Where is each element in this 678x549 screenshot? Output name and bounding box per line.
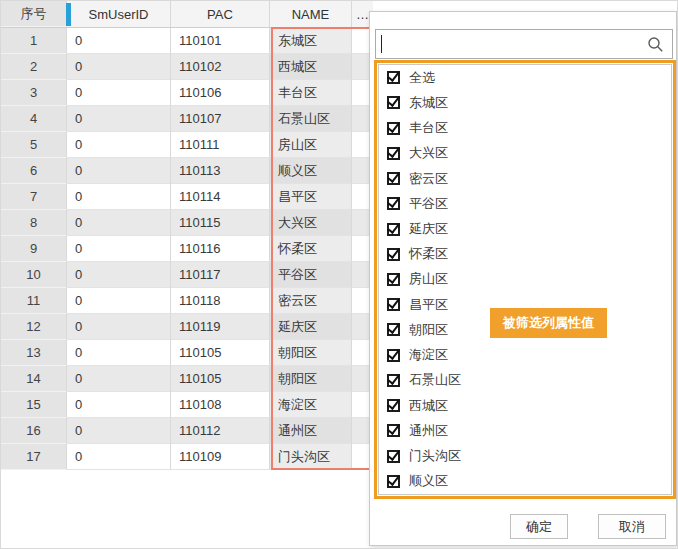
checkbox-checked-icon[interactable] xyxy=(387,122,400,135)
cell-pac[interactable]: 110111 xyxy=(171,132,270,158)
cell-index[interactable]: 2 xyxy=(1,54,67,80)
cell-index[interactable]: 6 xyxy=(1,158,67,184)
cell-index[interactable]: 8 xyxy=(1,210,67,236)
cell-name[interactable]: 门头沟区 xyxy=(270,444,352,470)
filter-option[interactable]: 门头沟区 xyxy=(387,444,671,469)
cell-index[interactable]: 9 xyxy=(1,236,67,262)
checkbox-checked-icon[interactable] xyxy=(387,323,400,336)
filter-option[interactable]: 通州区 xyxy=(387,418,671,443)
checkbox-checked-icon[interactable] xyxy=(387,298,400,311)
cell-name[interactable]: 怀柔区 xyxy=(270,236,352,262)
cell-name[interactable]: 海淀区 xyxy=(270,392,352,418)
filter-option[interactable]: 东城区 xyxy=(387,90,671,115)
cell-smuserid[interactable]: 0 xyxy=(67,132,171,158)
cell-name[interactable]: 延庆区 xyxy=(270,314,352,340)
column-header-name[interactable]: NAME xyxy=(270,1,352,27)
cell-smuserid[interactable]: 0 xyxy=(67,184,171,210)
cell-name[interactable]: 房山区 xyxy=(270,132,352,158)
checkbox-checked-icon[interactable] xyxy=(387,475,400,488)
cell-index[interactable]: 13 xyxy=(1,340,67,366)
filter-option[interactable]: 怀柔区 xyxy=(387,242,671,267)
cell-index[interactable]: 1 xyxy=(1,28,67,54)
cell-pac[interactable]: 110108 xyxy=(171,392,270,418)
cell-index[interactable]: 7 xyxy=(1,184,67,210)
filter-option[interactable]: 西城区 xyxy=(387,393,671,418)
cell-pac[interactable]: 110116 xyxy=(171,236,270,262)
checkbox-checked-icon[interactable] xyxy=(387,248,400,261)
cell-index[interactable]: 10 xyxy=(1,262,67,288)
cell-pac[interactable]: 110115 xyxy=(171,210,270,236)
cell-name[interactable]: 顺义区 xyxy=(270,158,352,184)
filter-option[interactable]: 海淀区 xyxy=(387,343,671,368)
cell-name[interactable]: 大兴区 xyxy=(270,210,352,236)
cell-pac[interactable]: 110113 xyxy=(171,158,270,184)
checkbox-checked-icon[interactable] xyxy=(387,424,400,437)
checkbox-checked-icon[interactable] xyxy=(387,349,400,362)
filter-option[interactable]: 顺义区 xyxy=(387,469,671,494)
cell-pac[interactable]: 110105 xyxy=(171,366,270,392)
cell-index[interactable]: 11 xyxy=(1,288,67,314)
filter-option[interactable]: 房山区 xyxy=(387,267,671,292)
cell-smuserid[interactable]: 0 xyxy=(67,80,171,106)
cell-pac[interactable]: 110117 xyxy=(171,262,270,288)
cell-name[interactable]: 平谷区 xyxy=(270,262,352,288)
cell-smuserid[interactable]: 0 xyxy=(67,288,171,314)
cell-index[interactable]: 14 xyxy=(1,366,67,392)
checkbox-checked-icon[interactable] xyxy=(387,197,400,210)
cell-smuserid[interactable]: 0 xyxy=(67,314,171,340)
checkbox-checked-icon[interactable] xyxy=(387,172,400,185)
cell-pac[interactable]: 110112 xyxy=(171,418,270,444)
column-header-smuserid[interactable]: SmUserID xyxy=(67,1,171,27)
checkbox-checked-icon[interactable] xyxy=(387,450,400,463)
cell-index[interactable]: 5 xyxy=(1,132,67,158)
cell-smuserid[interactable]: 0 xyxy=(67,418,171,444)
ok-button[interactable]: 确定 xyxy=(510,514,568,539)
checkbox-checked-icon[interactable] xyxy=(387,223,400,236)
checkbox-checked-icon[interactable] xyxy=(387,374,400,387)
cell-name[interactable]: 石景山区 xyxy=(270,106,352,132)
cell-name[interactable]: 昌平区 xyxy=(270,184,352,210)
column-header-index[interactable]: 序号 xyxy=(1,1,67,27)
cell-index[interactable]: 12 xyxy=(1,314,67,340)
cell-pac[interactable]: 110114 xyxy=(171,184,270,210)
cell-smuserid[interactable]: 0 xyxy=(67,158,171,184)
checkbox-checked-icon[interactable] xyxy=(387,273,400,286)
cell-smuserid[interactable]: 0 xyxy=(67,340,171,366)
cell-name[interactable]: 通州区 xyxy=(270,418,352,444)
cell-smuserid[interactable]: 0 xyxy=(67,210,171,236)
cell-name[interactable]: 朝阳区 xyxy=(270,366,352,392)
cell-pac[interactable]: 110109 xyxy=(171,444,270,470)
cell-name[interactable]: 朝阳区 xyxy=(270,340,352,366)
column-header-pac[interactable]: PAC xyxy=(171,1,270,27)
checkbox-checked-icon[interactable] xyxy=(387,147,400,160)
filter-option[interactable]: 延庆区 xyxy=(387,217,671,242)
cell-name[interactable]: 丰台区 xyxy=(270,80,352,106)
cell-smuserid[interactable]: 0 xyxy=(67,28,171,54)
cell-index[interactable]: 3 xyxy=(1,80,67,106)
search-input[interactable] xyxy=(382,30,642,58)
checkbox-checked-icon[interactable] xyxy=(387,96,400,109)
filter-option[interactable]: 丰台区 xyxy=(387,116,671,141)
checkbox-checked-icon[interactable] xyxy=(387,71,400,84)
filter-option[interactable]: 石景山区 xyxy=(387,368,671,393)
cell-smuserid[interactable]: 0 xyxy=(67,366,171,392)
cell-pac[interactable]: 110118 xyxy=(171,288,270,314)
cell-name[interactable]: 密云区 xyxy=(270,288,352,314)
cell-pac[interactable]: 110119 xyxy=(171,314,270,340)
cell-pac[interactable]: 110107 xyxy=(171,106,270,132)
cell-index[interactable]: 17 xyxy=(1,444,67,470)
filter-option[interactable]: 平谷区 xyxy=(387,191,671,216)
cancel-button[interactable]: 取消 xyxy=(598,514,666,539)
cell-index[interactable]: 4 xyxy=(1,106,67,132)
search-icon[interactable] xyxy=(647,36,664,53)
filter-option[interactable]: 大兴区 xyxy=(387,141,671,166)
filter-option[interactable]: 全选 xyxy=(387,65,671,90)
cell-smuserid[interactable]: 0 xyxy=(67,444,171,470)
cell-smuserid[interactable]: 0 xyxy=(67,54,171,80)
cell-smuserid[interactable]: 0 xyxy=(67,262,171,288)
cell-smuserid[interactable]: 0 xyxy=(67,106,171,132)
cell-smuserid[interactable]: 0 xyxy=(67,392,171,418)
checkbox-checked-icon[interactable] xyxy=(387,399,400,412)
cell-name[interactable]: 西城区 xyxy=(270,54,352,80)
filter-option[interactable]: 密云区 xyxy=(387,166,671,191)
